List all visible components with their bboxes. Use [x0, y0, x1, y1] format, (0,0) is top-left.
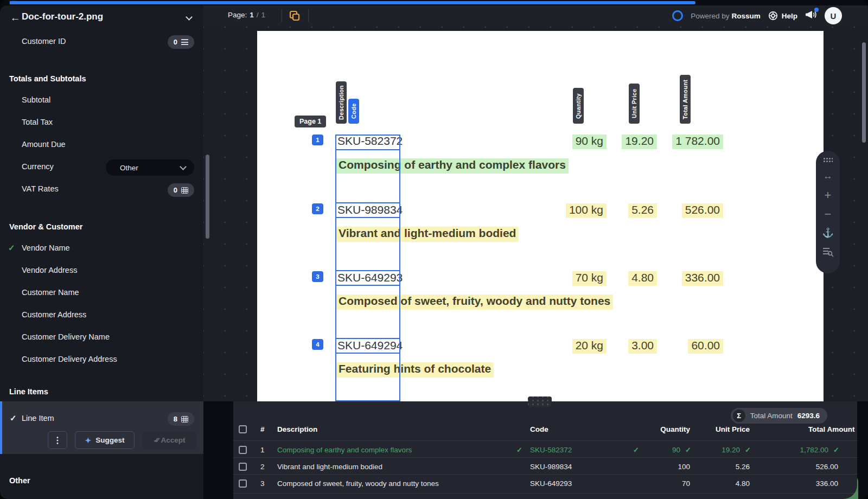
zoom-out-icon[interactable]: − [825, 209, 832, 219]
row-code[interactable]: SKU-989834 [530, 463, 572, 471]
row-unit-price[interactable]: 5.26 [736, 463, 750, 471]
row-total[interactable]: 336.00 [816, 479, 838, 488]
sidebar-scrollbar[interactable] [206, 155, 209, 239]
col-header-code[interactable]: Code [530, 425, 548, 433]
doc-quantity-value[interactable]: 20 kg [572, 339, 607, 354]
suggest-button[interactable]: ✦ Suggest [75, 431, 135, 449]
row-total[interactable]: 526.00 [816, 463, 838, 471]
drag-handle-icon[interactable] [823, 157, 833, 162]
back-icon[interactable]: ← [9, 11, 22, 24]
line-item-count-badge[interactable]: 8 [168, 412, 194, 426]
row-code[interactable]: SKU-582372 [530, 446, 572, 454]
field-subtotal[interactable]: Subtotal [22, 95, 50, 107]
doc-unit-price-value[interactable]: 5.26 [628, 203, 657, 218]
customer-id-count-badge[interactable]: 0 [168, 35, 194, 49]
doc-quantity-value[interactable]: 90 kg [572, 135, 607, 149]
doc-unit-price-value[interactable]: 19.20 [622, 135, 657, 149]
row-total[interactable]: 1,782.00 [800, 446, 828, 454]
row-checkbox[interactable] [239, 446, 247, 454]
field-customer-delivery-name[interactable]: Customer Delivery Name [22, 332, 110, 344]
fit-width-icon[interactable]: ↔ [824, 171, 833, 181]
field-currency[interactable]: Currency [22, 162, 54, 174]
doc-total-value[interactable]: 336.00 [682, 271, 723, 286]
doc-unit-price-value[interactable]: 4.80 [628, 271, 657, 286]
line-item-selected-row[interactable]: ✓ Line Item 8 ⋮ ✦ Suggest ✓✓ Accept [0, 401, 203, 454]
column-label-description[interactable]: Description [336, 81, 347, 124]
rossum-logo [672, 10, 683, 21]
column-label-unit-price[interactable]: Unit Price [629, 84, 640, 124]
document-page: Page 1 Description Code Quantity Unit Pr… [257, 31, 824, 401]
field-customer-id[interactable]: Customer ID [22, 37, 66, 48]
row-description[interactable]: Composed of sweet, fruity, woody and nut… [277, 479, 439, 488]
row-description[interactable]: Vibrant and light-medium bodied [277, 463, 382, 471]
doc-description-value[interactable]: Featuring hints of chocolate [336, 362, 494, 378]
row-badge[interactable]: 2 [312, 203, 323, 214]
kebab-icon: ⋮ [53, 435, 62, 445]
row-checkbox[interactable] [239, 479, 247, 488]
field-vat-rates[interactable]: VAT Rates [22, 184, 59, 196]
canvas-scrollbar[interactable] [862, 42, 866, 143]
anchor-icon[interactable]: ⚓ [822, 228, 833, 238]
col-header-unit-price[interactable]: Unit Price [716, 425, 750, 433]
row-unit-price[interactable]: 19.20 [722, 446, 740, 454]
powered-by-label: Powered byRossum [691, 12, 761, 20]
doc-total-value[interactable]: 1 782.00 [672, 135, 723, 149]
user-avatar[interactable]: U [825, 7, 842, 24]
col-header-total[interactable]: Total Amount [808, 425, 854, 433]
doc-total-value[interactable]: 60.00 [688, 339, 723, 354]
announcements-button[interactable] [805, 9, 817, 22]
help-button[interactable]: Help [768, 11, 797, 21]
line-item-menu-button[interactable]: ⋮ [48, 431, 67, 449]
accept-button[interactable]: ✓✓ Accept [142, 431, 196, 449]
column-label-total-amount[interactable]: Total Amount [680, 75, 691, 124]
doc-quantity-value[interactable]: 100 kg [566, 203, 607, 218]
currency-value: Other [120, 164, 138, 172]
select-all-checkbox[interactable] [239, 425, 247, 433]
code-column-bbox[interactable] [335, 135, 400, 401]
row-unit-price[interactable]: 4.80 [736, 479, 750, 488]
doc-quantity-value[interactable]: 70 kg [572, 271, 607, 286]
doc-code-value[interactable]: SKU-989834 [337, 203, 398, 218]
suggest-label: Suggest [95, 436, 124, 444]
doc-unit-price-value[interactable]: 3.00 [628, 339, 657, 354]
doc-description-value[interactable]: Composed of sweet, fruity, woody and nut… [336, 295, 613, 310]
doc-description-value[interactable]: Vibrant and light-medium bodied [336, 227, 519, 242]
search-lines-icon[interactable] [823, 247, 833, 256]
doc-description-value[interactable]: Composing of earthy and complex flavors [336, 158, 569, 174]
row-description[interactable]: Composing of earthy and complex flavors [277, 446, 412, 454]
field-customer-address[interactable]: Customer Address [22, 310, 86, 322]
field-line-item[interactable]: Line Item [22, 414, 54, 423]
row-badge[interactable]: 1 [312, 135, 323, 145]
row-badge[interactable]: 4 [312, 339, 323, 350]
doc-code-value[interactable]: SKU-649293 [337, 271, 398, 286]
document-canvas[interactable]: Page 1 Description Code Quantity Unit Pr… [203, 26, 868, 401]
row-code[interactable]: SKU-649293 [530, 479, 572, 488]
help-label: Help [782, 12, 797, 20]
field-vendor-name[interactable]: Vendor Name [22, 244, 70, 255]
double-check-icon: ✓✓ [154, 436, 157, 444]
row-quantity[interactable]: 90 [672, 446, 680, 454]
pages-icon[interactable] [289, 10, 300, 21]
col-header-description[interactable]: Description [277, 425, 317, 433]
row-quantity[interactable]: 70 [682, 479, 690, 488]
currency-dropdown[interactable]: Other [106, 159, 194, 176]
column-label-code[interactable]: Code [348, 99, 359, 124]
doc-code-value[interactable]: SKU-649294 [337, 339, 398, 354]
row-quantity[interactable]: 100 [678, 463, 690, 471]
col-header-quantity[interactable]: Quantity [660, 425, 690, 433]
row-badge[interactable]: 3 [312, 271, 323, 282]
field-customer-name[interactable]: Customer Name [22, 288, 79, 299]
field-vendor-address[interactable]: Vendor Address [22, 266, 77, 277]
check-icon: ✓ [685, 446, 691, 454]
zoom-in-icon[interactable]: + [825, 190, 832, 200]
field-customer-delivery-address[interactable]: Customer Delivery Address [22, 355, 117, 366]
chevron-down-icon[interactable] [186, 14, 193, 21]
panel-resize-handle[interactable] [528, 396, 552, 407]
doc-total-value[interactable]: 526.00 [682, 203, 723, 218]
row-checkbox[interactable] [239, 463, 247, 471]
column-label-quantity[interactable]: Quantity [573, 88, 584, 124]
doc-code-value[interactable]: SKU-582372 [337, 135, 398, 149]
field-amount-due[interactable]: Amount Due [22, 140, 66, 151]
vat-rates-count-badge[interactable]: 0 [168, 183, 194, 197]
field-total-tax[interactable]: Total Tax [22, 118, 53, 129]
